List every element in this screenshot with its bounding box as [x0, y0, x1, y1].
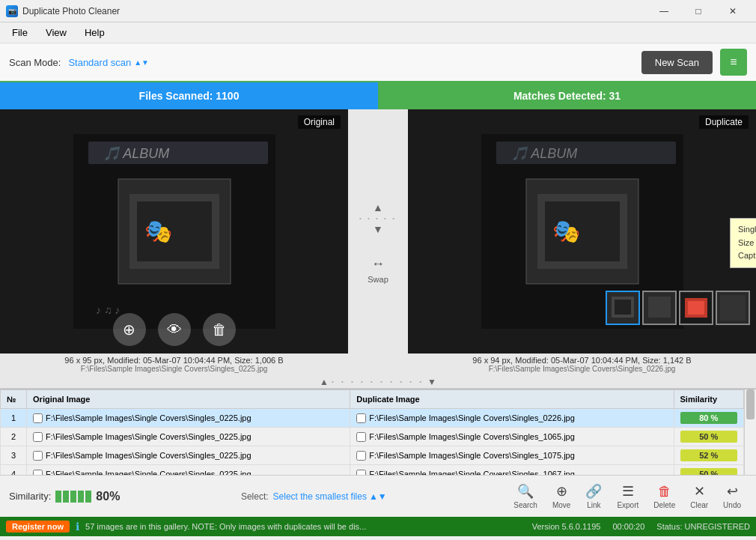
delete-icon: 🗑	[658, 484, 671, 500]
original-info: 96 x 95 px, Modified: 05-Mar-07 10:04:44…	[0, 354, 348, 375]
status-label: Status: UNREGISTERED	[656, 522, 750, 531]
sim-bar-4	[78, 491, 84, 503]
row-duplicate: F:\Files\Sample Images\Single Covers\Sin…	[350, 409, 674, 428]
thumbnails-strip	[606, 291, 750, 325]
files-scanned-stat: Files Scanned: 1100	[0, 82, 378, 109]
export-icon: ☰	[622, 483, 634, 500]
similarity-section: Similarity: 80%	[9, 490, 120, 503]
sim-bar-5	[85, 491, 91, 503]
view-icon[interactable]: 👁	[158, 313, 191, 346]
thumbnail-3[interactable]	[679, 291, 713, 325]
statsbar: Files Scanned: 1100 Matches Detected: 31	[0, 82, 756, 109]
row-original: F:\Files\Sample Images\Single Covers\Sin…	[27, 428, 350, 446]
duplicate-filepath: F:\Files\Sample Images\Single Covers\Sin…	[414, 365, 750, 373]
original-checkbox[interactable]	[33, 413, 43, 423]
select-value: Select the smallest files	[273, 491, 367, 502]
export-action-button[interactable]: ☰ Export	[611, 480, 644, 512]
swap-button[interactable]: ↔	[371, 256, 385, 272]
select-dropdown[interactable]: Select the smallest files ▲▼	[273, 491, 387, 502]
table-row[interactable]: 1 F:\Files\Sample Images\Single Covers\S…	[1, 409, 744, 428]
swap-arrows-icon: ↔	[371, 256, 385, 272]
close-button[interactable]: ✕	[716, 0, 750, 22]
undo-action-label: Undo	[723, 501, 741, 509]
menubar: File View Help	[0, 22, 756, 43]
similarity-badge: 80 %	[680, 412, 737, 424]
original-checkbox[interactable]	[33, 470, 43, 476]
expand-down-icon[interactable]: ▼	[373, 223, 383, 235]
duplicate-label: Duplicate	[699, 115, 749, 129]
svg-rect-19	[648, 297, 671, 318]
menu-help[interactable]: Help	[76, 24, 114, 41]
svg-text:🎭: 🎭	[552, 218, 581, 245]
add-to-list-icon[interactable]: ⊕	[113, 313, 146, 346]
clear-action-button[interactable]: ✕ Clear	[684, 480, 714, 512]
hamburger-menu-button[interactable]: ≡	[720, 49, 747, 76]
menu-view[interactable]: View	[37, 24, 76, 41]
original-checkbox[interactable]	[33, 432, 43, 442]
clear-icon: ✕	[694, 483, 705, 500]
scan-mode-dropdown[interactable]: Standard scan ▲▼	[68, 57, 149, 68]
maximize-button[interactable]: □	[681, 0, 716, 22]
row-duplicate: F:\Files\Sample Images\Single Covers\Sin…	[350, 428, 674, 446]
svg-rect-22	[688, 301, 704, 315]
results-table: № Original Image Duplicate Image Similar…	[0, 389, 744, 475]
titlebar: 📷 Duplicate Photo Cleaner — □ ✕	[0, 0, 756, 22]
move-action-label: Move	[552, 501, 570, 509]
row-num: 2	[1, 428, 27, 446]
duplicate-checkbox[interactable]	[356, 451, 366, 461]
similarity-label: Similarity:	[9, 491, 51, 502]
bottom-toolbar: Similarity: 80% Select: Select the small…	[0, 475, 756, 517]
duplicate-checkbox[interactable]	[356, 432, 366, 442]
tooltip-line2: Size in Pixels: 96 x 95 (0.0 MP)	[738, 237, 756, 250]
action-icons: 🔍 Search ⊕ Move 🔗 Link ☰ Export 🗑 Delete…	[507, 480, 747, 512]
table-body: 1 F:\Files\Sample Images\Single Covers\S…	[1, 409, 744, 476]
sim-bar-1	[55, 491, 61, 503]
thumbnail-2[interactable]	[642, 291, 677, 325]
original-checkbox[interactable]	[33, 451, 43, 461]
preview-area: Original 🎵 ALBUM 🎭 ♪ ♫ ♪ ⊕ 👁 🗑 96 x 95 p…	[0, 109, 756, 375]
new-scan-button[interactable]: New Scan	[641, 51, 713, 74]
scan-mode-arrow-icon: ▲▼	[134, 58, 149, 67]
table-row[interactable]: 3 F:\Files\Sample Images\Single Covers\S…	[1, 446, 744, 465]
divider-dots-icon: • • • • •	[359, 215, 397, 222]
table-scrollbar[interactable]	[744, 389, 756, 475]
original-image-container[interactable]: Original 🎵 ALBUM 🎭 ♪ ♫ ♪ ⊕ 👁 🗑	[0, 109, 348, 354]
thumbnail-1[interactable]	[606, 291, 640, 325]
row-duplicate: F:\Files\Sample Images\Single Covers\Sin…	[350, 446, 674, 465]
move-action-button[interactable]: ⊕ Move	[546, 480, 576, 512]
delete-icon[interactable]: 🗑	[203, 313, 236, 346]
tooltip-line3: Capture Time: 05-Mar-07 10:04:44 PM	[738, 249, 756, 263]
duplicate-checkbox[interactable]	[356, 470, 366, 476]
duplicate-image-container[interactable]: Duplicate 🎵 ALBUM 🎭	[408, 109, 756, 354]
collapse-up-icon[interactable]: ▲	[320, 377, 329, 387]
link-icon: 🔗	[585, 483, 602, 500]
original-overlay-icons: ⊕ 👁 🗑	[113, 313, 236, 346]
row-similarity: 50 %	[674, 465, 743, 476]
link-action-button[interactable]: 🔗 Link	[579, 480, 608, 512]
original-panel: Original 🎵 ALBUM 🎭 ♪ ♫ ♪ ⊕ 👁 🗑 96 x 95 p…	[0, 109, 348, 375]
export-action-label: Export	[617, 501, 638, 509]
row-similarity: 80 %	[674, 409, 743, 428]
scan-mode-label: Scan Mode:	[9, 57, 61, 68]
svg-text:🎵 ALBUM: 🎵 ALBUM	[102, 145, 169, 162]
collapse-down-icon[interactable]: ▼	[427, 377, 436, 387]
image-tooltip: Singles_0225.jpg (1,006 B) Size in Pixel…	[730, 218, 756, 268]
select-section: Select: Select the smallest files ▲▼	[126, 491, 502, 502]
divider-dots: • • • • • • • • • •	[332, 378, 424, 385]
similarity-bars	[55, 491, 91, 503]
search-icon: 🔍	[517, 483, 534, 500]
menu-file[interactable]: File	[3, 24, 37, 41]
table-row[interactable]: 2 F:\Files\Sample Images\Single Covers\S…	[1, 428, 744, 446]
divider-row: ▲ • • • • • • • • • • ▼	[0, 375, 756, 389]
row-similarity: 52 %	[674, 446, 743, 465]
undo-action-button[interactable]: ↩ Undo	[717, 480, 747, 512]
expand-up-icon[interactable]: ▲	[373, 201, 383, 213]
delete-action-label: Delete	[653, 501, 675, 509]
search-action-button[interactable]: 🔍 Search	[507, 480, 543, 512]
minimize-button[interactable]: —	[647, 0, 681, 22]
thumbnail-4[interactable]	[716, 291, 750, 325]
duplicate-checkbox[interactable]	[356, 413, 366, 423]
register-button[interactable]: Register now	[6, 521, 70, 533]
delete-action-button[interactable]: 🗑 Delete	[647, 481, 681, 512]
table-row[interactable]: 4 F:\Files\Sample Images\Single Covers\S…	[1, 465, 744, 476]
